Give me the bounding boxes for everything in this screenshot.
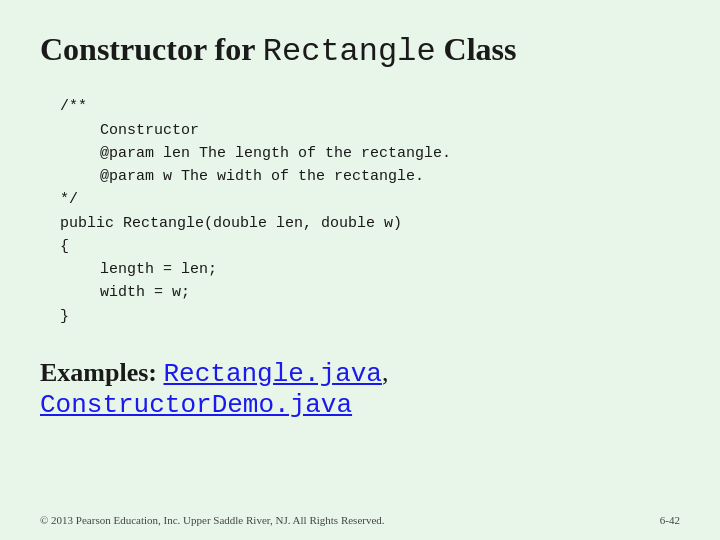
examples-section: Examples: Rectangle.java, ConstructorDem… — [40, 358, 680, 420]
examples-label: Examples: — [40, 358, 164, 387]
code-line-10: } — [60, 305, 680, 328]
title-prefix: Constructor for — [40, 31, 263, 67]
slide-container: Constructor for Rectangle Class /** Cons… — [0, 0, 720, 540]
slide-footer: © 2013 Pearson Education, Inc. Upper Sad… — [40, 514, 680, 526]
footer-slide-number: 6-42 — [660, 514, 680, 526]
footer-copyright: © 2013 Pearson Education, Inc. Upper Sad… — [40, 514, 385, 526]
code-line-8: length = len; — [100, 258, 680, 281]
slide-title: Constructor for Rectangle Class — [40, 30, 680, 71]
rectangle-java-link[interactable]: Rectangle.java — [164, 359, 382, 389]
code-line-3: @param len The length of the rectangle. — [100, 142, 680, 165]
constructor-demo-link[interactable]: ConstructorDemo.java — [40, 390, 352, 420]
title-suffix: Class — [436, 31, 517, 67]
code-line-6: public Rectangle(double len, double w) — [60, 212, 680, 235]
code-line-1: /** — [60, 95, 680, 118]
code-line-7: { — [60, 235, 680, 258]
title-monospace: Rectangle — [263, 33, 436, 70]
examples-separator: , — [382, 358, 389, 387]
code-line-5: */ — [60, 188, 680, 211]
code-line-9: width = w; — [100, 281, 680, 304]
code-block: /** Constructor @param len The length of… — [60, 95, 680, 328]
code-line-2: Constructor — [100, 119, 680, 142]
code-line-4: @param w The width of the rectangle. — [100, 165, 680, 188]
